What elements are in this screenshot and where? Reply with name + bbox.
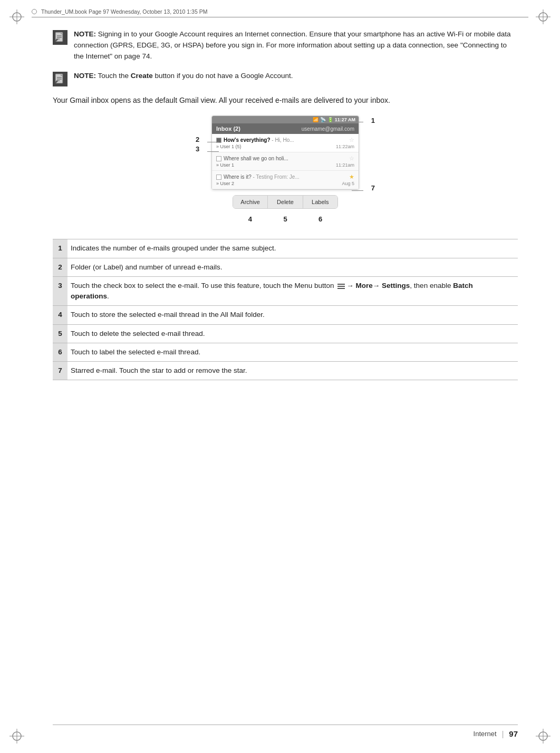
email-checkbox-2 (216, 156, 221, 161)
email-2-subject: Where shall we go on holi... (224, 156, 347, 161)
table-row: 2 Folder (or Label) and number of unread… (53, 258, 518, 276)
callout-6: 6 (303, 215, 338, 223)
email-checkbox-3 (216, 175, 221, 180)
callout-5: 5 (268, 215, 303, 223)
callout-3-line (207, 151, 219, 152)
corner-mark-tr (536, 9, 551, 24)
footer-section: Internet (474, 730, 497, 738)
main-content: NOTE: Signing in to your Google Account … (53, 29, 518, 380)
email-1-star: ☆ (349, 137, 354, 143)
note-2-text: NOTE: Touch the Create button if you do … (74, 71, 293, 82)
note-1-text: NOTE: Signing in to your Google Account … (74, 29, 518, 62)
note-1-label: NOTE: (74, 30, 96, 38)
corner-mark-tl (9, 9, 24, 24)
corner-mark-br (536, 729, 551, 744)
ref-text-4: Touch to store the selected e-mail threa… (67, 306, 518, 324)
email-3-time: Aug 5 (342, 181, 354, 186)
email-1-time: 11:22am (336, 144, 354, 149)
delete-button[interactable]: Delete (268, 196, 303, 208)
footer-page-number: 97 (509, 729, 518, 738)
inbox-label: Inbox (2) (216, 126, 240, 132)
email-3-subject: Where is it? - Testing From: Je... (224, 174, 347, 180)
email-2-from: » User 1 (216, 162, 234, 168)
callout-1: 1 (371, 117, 375, 124)
wifi-icon: 📡 (320, 117, 326, 122)
ref-num-4: 4 (53, 306, 67, 324)
table-row: 6 Touch to label the selected e-mail thr… (53, 343, 518, 361)
top-bar: Thunder_UM.book Page 97 Wednesday, Octob… (32, 8, 528, 17)
table-row: 4 Touch to store the selected e-mail thr… (53, 306, 518, 324)
ref-num-2: 2 (53, 258, 67, 276)
note-block-2: NOTE: Touch the Create button if you do … (53, 71, 518, 86)
table-row: 5 Touch to delete the selected e-mail th… (53, 324, 518, 343)
ref-num-5: 5 (53, 324, 67, 343)
ref-num-1: 1 (53, 239, 67, 258)
email-list: How's everything? - Hi, Ho... ☆ » User 1… (212, 134, 359, 189)
email-2-time: 11:21am (336, 162, 354, 168)
callout-4: 4 (233, 215, 268, 223)
ref-num-6: 6 (53, 343, 67, 361)
callout-7: 7 (371, 184, 375, 192)
labels-button[interactable]: Labels (303, 196, 337, 208)
ref-text-6: Touch to label the selected e-mail threa… (67, 343, 518, 361)
email-3-star: ★ (349, 173, 354, 180)
note-icon-2 (53, 72, 67, 86)
email-item-1: How's everything? - Hi, Ho... ☆ » User 1… (212, 134, 359, 152)
ref-num-3: 3 (53, 276, 67, 306)
note-icon-1 (53, 30, 67, 45)
gmail-status-bar: 📶 📡 🔋 11:27 AM (212, 116, 359, 123)
callout-2-line (207, 142, 219, 142)
note-2-label: NOTE: (74, 72, 96, 80)
ref-text-5: Touch to delete the selected e-mail thre… (67, 324, 518, 343)
gmail-header: Inbox (2) username@gmail.com (212, 123, 359, 134)
email-1-from: » User 1 (5) (216, 144, 242, 149)
callout-2: 2 (196, 136, 199, 143)
callout-7-line (352, 190, 363, 191)
ref-text-1: Indicates the number of e-mails grouped … (67, 239, 518, 258)
battery-icon: 🔋 (327, 117, 333, 122)
menu-icon (337, 283, 345, 289)
footer-divider: | (502, 730, 504, 738)
table-row: 7 Starred e-mail. Touch the star to add … (53, 362, 518, 380)
body-text: Your Gmail inbox opens as the default Gm… (53, 95, 518, 107)
email-item-3: Where is it? - Testing From: Je... ★ » U… (212, 171, 359, 189)
action-buttons-area: Archive Delete Labels 4 5 6 (53, 195, 518, 223)
book-info: Thunder_UM.book Page 97 Wednesday, Octob… (41, 8, 528, 15)
ref-text-7: Starred e-mail. Touch the star to add or… (67, 362, 518, 380)
note-block-1: NOTE: Signing in to your Google Account … (53, 29, 518, 62)
page-footer: Internet | 97 (53, 725, 518, 738)
archive-button[interactable]: Archive (233, 196, 268, 208)
gmail-screen: 📶 📡 🔋 11:27 AM Inbox (2) username@gmail.… (211, 115, 359, 190)
ref-text-2: Folder (or Label) and number of unread e… (67, 258, 518, 276)
gmail-mockup-wrapper: 1 2 3 7 📶 (53, 115, 518, 190)
ref-num-7: 7 (53, 362, 67, 380)
top-bar-dot (32, 9, 37, 14)
page: Thunder_UM.book Page 97 Wednesday, Octob… (0, 0, 560, 753)
callout-1-line (352, 122, 363, 122)
reference-table: 1 Indicates the number of e-mails groupe… (53, 239, 518, 380)
signal-icon: 📶 (313, 117, 318, 122)
table-row: 1 Indicates the number of e-mails groupe… (53, 239, 518, 258)
ref-text-3: Touch the check box to select the e-mail… (67, 276, 518, 306)
email-2-star: ☆ (349, 155, 354, 162)
account-email: username@gmail.com (302, 126, 354, 132)
callout-3: 3 (196, 145, 199, 153)
table-row: 3 Touch the check box to select the e-ma… (53, 276, 518, 306)
email-1-subject: How's everything? - Hi, Ho... (224, 137, 347, 143)
corner-mark-bl (9, 729, 24, 744)
email-3-from: » User 2 (216, 181, 234, 186)
email-item-2: Where shall we go on holi... ☆ » User 1 … (212, 152, 359, 171)
action-buttons: Archive Delete Labels (233, 195, 338, 209)
